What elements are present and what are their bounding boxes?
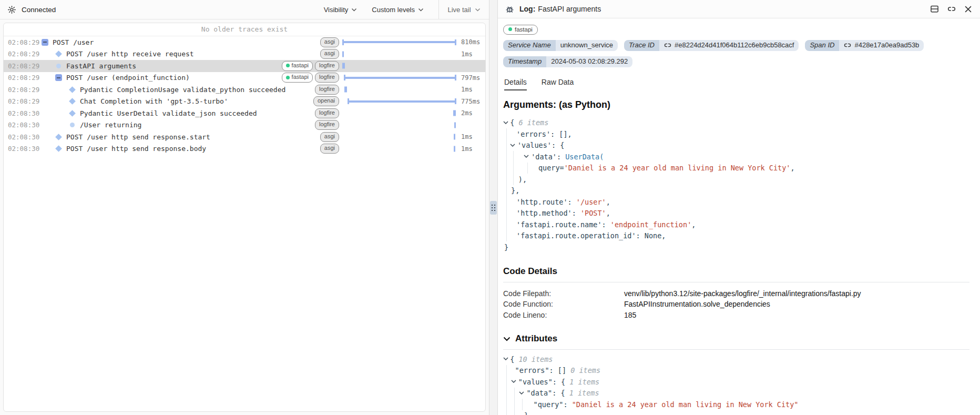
span-diamond-icon bbox=[54, 52, 63, 56]
indent-guide bbox=[506, 376, 507, 388]
badge-asgi: asgi bbox=[320, 144, 339, 154]
code-segment: { bbox=[510, 118, 518, 127]
trace-row-label: FastAPI arguments bbox=[66, 62, 282, 70]
trace-row[interactable]: 02:08:29Chat Completion with 'gpt-3.5-tu… bbox=[4, 96, 485, 108]
trace-row[interactable]: 02:08:30POST /user http send response.bo… bbox=[4, 143, 485, 155]
log-detail-panel: Log:FastAPI arguments fastapi Service Na… bbox=[498, 0, 980, 415]
trace-row-time: 02:08:29 bbox=[8, 62, 40, 70]
span-diamond-icon bbox=[68, 99, 76, 104]
trace-row-time: 02:08:30 bbox=[8, 133, 40, 141]
visibility-dropdown[interactable]: Visibility bbox=[324, 6, 358, 14]
indent-guide bbox=[522, 399, 523, 410]
duration-bar bbox=[342, 41, 456, 43]
badge-label: logfire bbox=[319, 121, 335, 128]
code-segment: 'errors' bbox=[516, 130, 550, 138]
collapse-toggle-icon[interactable] bbox=[54, 74, 63, 81]
indent-guide bbox=[506, 365, 507, 377]
trace-row-time: 02:08:29 bbox=[8, 38, 40, 46]
trace-row-label: POST /user bbox=[53, 38, 320, 46]
code-segment: 1 items bbox=[569, 378, 599, 386]
trace-row-time: 02:08:29 bbox=[8, 74, 40, 82]
code-segment: : None, bbox=[636, 231, 666, 240]
chevron-down-icon[interactable] bbox=[503, 337, 511, 341]
code-segment: 'endpoint_function' bbox=[610, 220, 691, 229]
chevron-down-icon[interactable] bbox=[503, 121, 508, 124]
trace-row[interactable]: 02:08:29POST /user (endpoint_function)fa… bbox=[4, 72, 485, 84]
duration-bar bbox=[344, 77, 456, 79]
trace-row-badges: logfire bbox=[315, 85, 339, 95]
trace-row[interactable]: 02:08:30Pydantic UserDetail validate_jso… bbox=[4, 107, 485, 119]
meta-pill-value[interactable]: #428e17a0ea9ad53b bbox=[839, 40, 924, 51]
trace-row-time: 02:08:30 bbox=[8, 145, 40, 153]
trace-row[interactable]: 02:08:29FastAPI argumentsfastapilogfire bbox=[4, 60, 485, 72]
split-panel-icon[interactable] bbox=[931, 5, 938, 13]
duration-label: 1ms bbox=[458, 145, 485, 153]
chevron-down-icon[interactable] bbox=[524, 155, 529, 158]
badge-label: asgi bbox=[324, 145, 335, 152]
trace-row[interactable]: 02:08:30/User returninglogfire bbox=[4, 119, 485, 131]
panel-resize-handle[interactable] bbox=[490, 201, 497, 215]
duration-bar-track bbox=[342, 36, 458, 48]
live-tail-dropdown[interactable]: Live tail bbox=[438, 0, 489, 19]
log-circle-icon bbox=[68, 123, 76, 127]
code-segment: 'data' bbox=[531, 153, 557, 161]
badge-fastapi: fastapi bbox=[282, 73, 313, 83]
badge-logfire: logfire bbox=[315, 73, 339, 83]
badge-asgi: asgi bbox=[320, 49, 339, 59]
copy-link-icon[interactable] bbox=[947, 5, 956, 13]
code-segment: : bbox=[557, 153, 565, 161]
detail-tabs: DetailsRaw Data bbox=[503, 78, 969, 90]
badge-logfire: logfire bbox=[315, 120, 339, 130]
duration-bar bbox=[344, 87, 347, 93]
trace-row[interactable]: 02:08:29POST /user http receive requesta… bbox=[4, 48, 485, 60]
badge-openai: openai bbox=[313, 96, 339, 106]
green-dot-icon bbox=[508, 27, 512, 31]
custom-levels-dropdown[interactable]: Custom levels bbox=[372, 6, 424, 14]
trace-row[interactable]: 02:08:29POST /userasgi810ms bbox=[4, 36, 485, 48]
badge-label: asgi bbox=[324, 50, 335, 57]
tab-details[interactable]: Details bbox=[504, 78, 527, 90]
duration-bar bbox=[453, 110, 456, 116]
chevron-down-icon[interactable] bbox=[519, 391, 524, 394]
tab-raw-data[interactable]: Raw Data bbox=[542, 78, 574, 90]
chevron-down-icon[interactable] bbox=[510, 144, 515, 147]
code-segment: , bbox=[691, 220, 696, 229]
meta-pill-span-id: Span ID#428e17a0ea9ad53b bbox=[805, 40, 924, 51]
tree-line: } bbox=[503, 241, 969, 253]
code-segment: , bbox=[606, 209, 610, 217]
chevron-down-icon bbox=[351, 8, 357, 12]
tree-line: "data": { 1 items bbox=[503, 388, 969, 399]
trace-row-label: POST /user (endpoint_function) bbox=[66, 74, 282, 82]
chevron-down-icon[interactable] bbox=[511, 380, 516, 383]
indent-guide bbox=[506, 151, 507, 163]
close-icon[interactable] bbox=[965, 6, 972, 13]
code-segment: 'http.route' bbox=[516, 198, 568, 206]
duration-bar-track bbox=[342, 72, 458, 84]
chevron-down-icon[interactable] bbox=[503, 357, 508, 360]
code-segment: 10 items bbox=[518, 355, 553, 363]
collapse-toggle-icon[interactable] bbox=[40, 39, 49, 46]
attributes-heading-row: Attributes bbox=[503, 333, 969, 344]
trace-row-badges: logfire bbox=[315, 120, 339, 130]
trace-row[interactable]: 02:08:29Pydantic CompletionUsage validat… bbox=[4, 84, 485, 96]
meta-pill-service-name: Service Nameunknown_service bbox=[503, 40, 618, 51]
panel-divider bbox=[489, 0, 498, 415]
trace-row[interactable]: 02:08:30POST /user http send response.st… bbox=[4, 131, 485, 143]
visibility-label: Visibility bbox=[324, 6, 349, 14]
tree-line: 'http.method': 'POST', bbox=[503, 208, 969, 219]
code-segment: } bbox=[524, 411, 528, 415]
badge-label: fastapi bbox=[292, 74, 309, 81]
meta-pill-value: unknown_service bbox=[556, 40, 618, 51]
tree-line: 'errors': [], bbox=[503, 128, 969, 140]
badge-fastapi: fastapi bbox=[282, 61, 313, 71]
tree-line: } bbox=[503, 410, 969, 415]
indent-guide bbox=[506, 196, 507, 208]
meta-pill-value[interactable]: #e8224d24d41f064b112c6eb9cb58cacf bbox=[659, 40, 799, 51]
code-segment: 6 items bbox=[518, 118, 548, 127]
gear-icon[interactable] bbox=[7, 5, 16, 14]
meta-pill-label: Trace ID bbox=[624, 40, 659, 51]
trace-row-time: 02:08:29 bbox=[8, 50, 40, 58]
tree-line: 'fastapi.route.operation_id': None, bbox=[503, 230, 969, 242]
tree-line: ), bbox=[503, 174, 969, 185]
trace-row-badges: asgi bbox=[320, 144, 339, 154]
